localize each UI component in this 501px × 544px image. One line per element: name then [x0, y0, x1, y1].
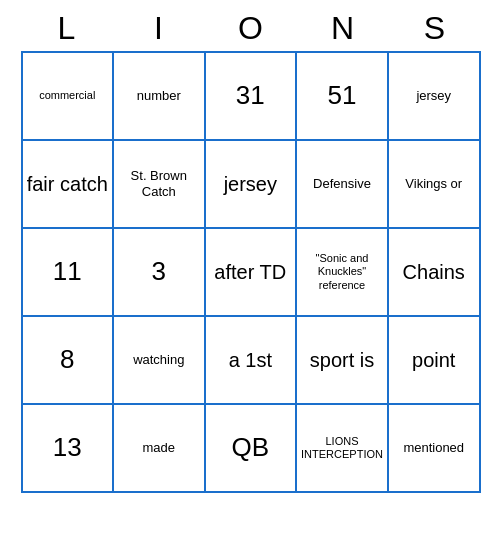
table-row: 8 — [23, 317, 115, 405]
table-row: mentioned — [389, 405, 481, 493]
table-row: watching — [114, 317, 206, 405]
table-row: "Sonic and Knuckles" reference — [297, 229, 389, 317]
bingo-header: L I O N S — [21, 10, 481, 47]
table-row: sport is — [297, 317, 389, 405]
table-row: 11 — [23, 229, 115, 317]
table-row: made — [114, 405, 206, 493]
header-n: N — [297, 10, 389, 47]
table-row: 3 — [114, 229, 206, 317]
header-l: L — [21, 10, 113, 47]
table-row: LIONS INTERCEPTION — [297, 405, 389, 493]
table-row: 51 — [297, 53, 389, 141]
table-row: after TD — [206, 229, 298, 317]
table-row: commercial — [23, 53, 115, 141]
table-row: point — [389, 317, 481, 405]
table-row: 13 — [23, 405, 115, 493]
table-row: Chains — [389, 229, 481, 317]
table-row: Defensive — [297, 141, 389, 229]
header-i: I — [113, 10, 205, 47]
bingo-grid: commercialnumber3151jerseyfair catchSt. … — [21, 51, 481, 493]
header-o: O — [205, 10, 297, 47]
table-row: Vikings or — [389, 141, 481, 229]
table-row: jersey — [206, 141, 298, 229]
table-row: QB — [206, 405, 298, 493]
table-row: jersey — [389, 53, 481, 141]
table-row: fair catch — [23, 141, 115, 229]
header-s: S — [389, 10, 481, 47]
table-row: a 1st — [206, 317, 298, 405]
table-row: number — [114, 53, 206, 141]
table-row: St. Brown Catch — [114, 141, 206, 229]
table-row: 31 — [206, 53, 298, 141]
